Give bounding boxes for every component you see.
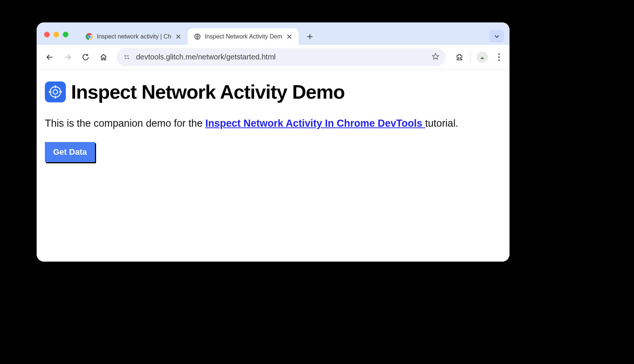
new-tab-button[interactable] <box>304 31 316 43</box>
window-zoom-button[interactable] <box>63 32 68 37</box>
reload-button[interactable] <box>78 49 93 65</box>
forward-button[interactable] <box>60 49 76 65</box>
tab-inactive[interactable]: Inspect network activity | Ch <box>80 28 188 45</box>
extensions-icon[interactable] <box>455 52 464 62</box>
profile-avatar[interactable] <box>477 52 488 63</box>
tab-active[interactable]: Inspect Network Activity Dem <box>188 28 299 45</box>
window-controls <box>44 32 68 37</box>
svg-point-16 <box>127 58 129 59</box>
svg-point-3 <box>88 36 90 37</box>
svg-rect-15 <box>126 55 129 56</box>
tab-title: Inspect Network Activity Dem <box>205 33 282 40</box>
window-close-button[interactable] <box>44 32 50 37</box>
svg-marker-18 <box>433 53 439 59</box>
toolbar-right <box>455 52 504 63</box>
svg-point-20 <box>53 90 58 94</box>
site-settings-icon[interactable] <box>123 53 131 61</box>
svg-rect-17 <box>124 58 127 59</box>
chrome-menu-button[interactable] <box>494 53 504 61</box>
toolbar-divider <box>470 52 471 62</box>
address-bar[interactable]: devtools.glitch.me/network/getstarted.ht… <box>117 48 446 66</box>
close-tab-icon[interactable] <box>286 33 293 40</box>
desc-text-post: tutorial. <box>425 118 458 129</box>
page-title: Inspect Network Activity Demo <box>71 81 345 103</box>
page-description: This is the companion demo for the Inspe… <box>45 117 501 130</box>
globe-favicon-icon <box>194 33 201 40</box>
browser-window: Inspect network activity | Ch Inspect Ne… <box>37 22 510 262</box>
page-content: Inspect Network Activity Demo This is th… <box>37 70 510 262</box>
tab-overflow-button[interactable] <box>489 30 504 43</box>
bookmark-star-icon[interactable] <box>431 52 440 62</box>
svg-point-19 <box>50 87 61 97</box>
home-button[interactable] <box>96 49 111 65</box>
url-text: devtools.glitch.me/network/getstarted.ht… <box>136 53 426 61</box>
svg-point-14 <box>124 55 126 56</box>
tab-title: Inspect network activity | Ch <box>97 33 171 40</box>
tab-strip: Inspect network activity | Ch Inspect Ne… <box>37 22 510 45</box>
get-data-button[interactable]: Get Data <box>45 142 95 162</box>
desc-text-pre: This is the companion demo for the <box>45 118 205 129</box>
close-tab-icon[interactable] <box>175 33 182 40</box>
window-minimize-button[interactable] <box>53 32 59 37</box>
chrome-favicon-icon <box>86 33 93 40</box>
toolbar: devtools.glitch.me/network/getstarted.ht… <box>37 45 510 70</box>
tutorial-link[interactable]: Inspect Network Activity In Chrome DevTo… <box>205 118 425 129</box>
back-button[interactable] <box>42 49 58 65</box>
devtools-app-icon <box>45 81 66 102</box>
